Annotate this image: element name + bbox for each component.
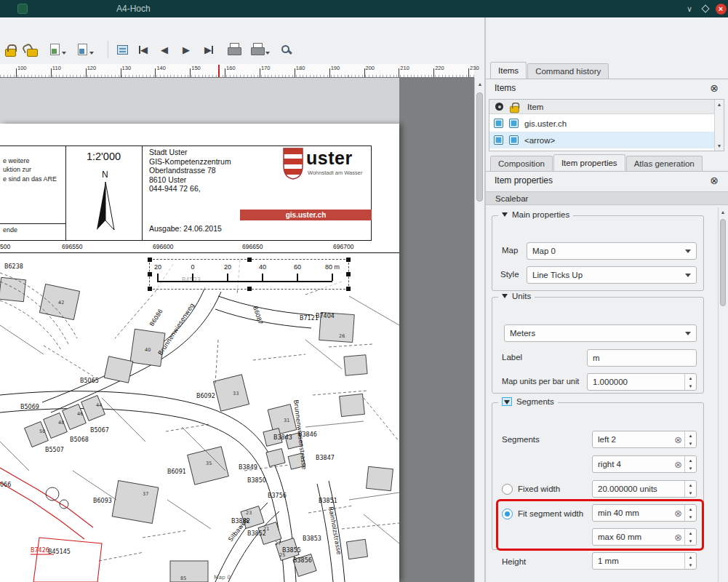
group-legend[interactable]: Units — [498, 292, 535, 300]
map-label: B6086 — [148, 308, 164, 328]
export-button[interactable] — [249, 39, 272, 60]
first-feature-button[interactable]: ◀ — [137, 39, 150, 60]
items-list-scrollbar[interactable]: ▲ ▼ — [714, 100, 724, 151]
ruler-major-tick — [433, 68, 434, 77]
minimize-button[interactable]: ∨ — [684, 3, 695, 15]
segments-left-spinbox[interactable]: left 2 ⊗ ▲▼ — [592, 431, 697, 448]
tab-items[interactable]: Items — [490, 62, 527, 79]
map-combobox[interactable]: Map 0 — [527, 242, 697, 260]
header-note: ende — [3, 226, 17, 234]
height-spinbox[interactable]: 1 mm ▲▼ — [592, 552, 697, 570]
group-legend[interactable]: Main properties — [498, 210, 573, 219]
canvas-background — [0, 78, 399, 124]
zoom-button[interactable] — [279, 39, 292, 60]
selection-handle[interactable] — [346, 258, 351, 262]
scroll-down-icon[interactable]: ▼ — [715, 143, 724, 148]
scrollbar-thumb[interactable] — [720, 219, 726, 306]
composition-page[interactable]: e weitere uktion zur e sind an das ARE e… — [0, 124, 399, 582]
maximize-button[interactable] — [700, 3, 711, 15]
items-panel-close-button[interactable]: ⊗ — [708, 82, 720, 94]
visibility-checkbox[interactable] — [494, 135, 503, 145]
visibility-icon — [495, 103, 503, 111]
spin-buttons[interactable]: ▲▼ — [684, 374, 696, 390]
selection-handle[interactable] — [346, 287, 351, 291]
map-label: B6092 — [196, 393, 215, 399]
close-button[interactable]: × — [715, 3, 727, 15]
ruler-major-tick — [190, 68, 191, 77]
unlock-items-button[interactable] — [25, 39, 40, 60]
selection-handle[interactable] — [247, 258, 252, 262]
coordinate-label: 696550 — [62, 243, 82, 250]
group-legend[interactable]: Segments — [498, 397, 558, 406]
tab-atlas-generation[interactable]: Atlas generation — [626, 156, 703, 171]
ruler-major-tick — [225, 68, 225, 77]
ruler-major-tick — [329, 68, 330, 77]
right-panel: Items Command history Items ⊗ Item gis.u… — [486, 17, 728, 582]
visibility-checkbox[interactable] — [494, 119, 503, 128]
items-list-header: Item — [489, 100, 714, 114]
map-label: Map — [502, 246, 518, 255]
fixed-width-radio[interactable] — [502, 484, 513, 495]
segments-right-spinbox[interactable]: right 4 ⊗ ▲▼ — [592, 455, 697, 473]
properties-scrollbar[interactable]: ▲ — [718, 207, 727, 582]
map-label: B3851 — [319, 498, 337, 504]
red-boundary-lines — [0, 468, 102, 582]
selection-handle[interactable] — [148, 258, 152, 262]
ruler-number: 130 — [122, 65, 132, 71]
tab-composition[interactable]: Composition — [490, 156, 553, 171]
print-button[interactable] — [225, 39, 242, 60]
selection-handle[interactable] — [247, 287, 252, 291]
scroll-up-icon[interactable]: ▲ — [719, 210, 727, 215]
scalebar-tick — [332, 274, 333, 281]
raise-items-button[interactable] — [48, 39, 68, 60]
item-row[interactable]: gis.uster.ch — [489, 115, 714, 132]
units-combobox[interactable]: Meters — [504, 324, 697, 342]
panel-tabbar-mid: Composition Item properties Atlas genera… — [490, 154, 703, 171]
scroll-up-icon[interactable]: ▲ — [715, 102, 724, 107]
selection-handle[interactable] — [148, 272, 152, 276]
scrollbar-thumb[interactable] — [476, 92, 483, 202]
fixed-width-spinbox[interactable]: 20.000000 units ▲▼ — [592, 480, 697, 498]
tab-command-history[interactable]: Command history — [527, 63, 609, 79]
tabline — [486, 79, 728, 79]
next-feature-button[interactable]: ▶ — [180, 39, 192, 60]
style-combobox[interactable]: Line Ticks Up — [527, 266, 697, 284]
spin-buttons[interactable]: ▲▼ — [684, 553, 696, 569]
tab-item-properties[interactable]: Item properties — [553, 154, 625, 171]
canvas-scrollbar[interactable]: ▲ — [474, 78, 484, 582]
spin-buttons[interactable]: ▲▼ — [684, 456, 696, 472]
align-items-button[interactable] — [76, 39, 96, 60]
previous-feature-button[interactable]: ◀ — [159, 39, 170, 60]
ruler-number: 100 — [17, 65, 27, 71]
scroll-up-icon[interactable]: ▲ — [475, 81, 485, 87]
lock-checkbox[interactable] — [509, 119, 519, 128]
ruler-position-marker — [218, 65, 220, 77]
selection-handle[interactable] — [148, 287, 152, 291]
spin-buttons[interactable]: ▲▼ — [684, 431, 696, 447]
item-properties-close-button[interactable]: ⊗ — [708, 175, 720, 186]
clear-icon[interactable]: ⊗ — [674, 435, 682, 445]
last-feature-button[interactable]: ▶ — [202, 39, 215, 60]
composition-canvas[interactable]: e weitere uktion zur e sind an das ARE e… — [0, 78, 474, 582]
map-label: 25 — [279, 552, 285, 558]
selection-handle[interactable] — [346, 272, 351, 276]
close-icon: × — [716, 4, 727, 15]
clear-icon[interactable]: ⊗ — [674, 460, 682, 469]
ruler-number: 120 — [87, 65, 97, 71]
scalebar-tick — [262, 274, 263, 281]
scalebar-item[interactable]: 20020406080 m — [149, 259, 349, 290]
map-units-per-bar-unit-spinbox[interactable]: 1.000000 ▲▼ — [587, 373, 697, 391]
unit-label-input[interactable]: m — [587, 349, 697, 367]
items-panel-title: Items — [495, 83, 516, 93]
zoom-icon — [281, 45, 289, 53]
lock-items-button[interactable] — [3, 39, 18, 60]
issue-date: Ausgabe: 24.06.2015 — [149, 224, 222, 233]
atlas-preview-button[interactable] — [115, 39, 130, 60]
spin-buttons[interactable]: ▲▼ — [684, 481, 696, 497]
annotation-highlight-box — [496, 499, 704, 551]
map-item[interactable]: B6238B4523B6086B6087B7121B740426B5065B50… — [0, 252, 399, 582]
items-list[interactable]: Item gis.uster.ch <arrow> ▲ ▼ — [489, 99, 724, 151]
item-row[interactable]: <arrow> — [489, 132, 714, 148]
lock-checkbox[interactable] — [509, 135, 519, 145]
table-border — [0, 223, 65, 224]
